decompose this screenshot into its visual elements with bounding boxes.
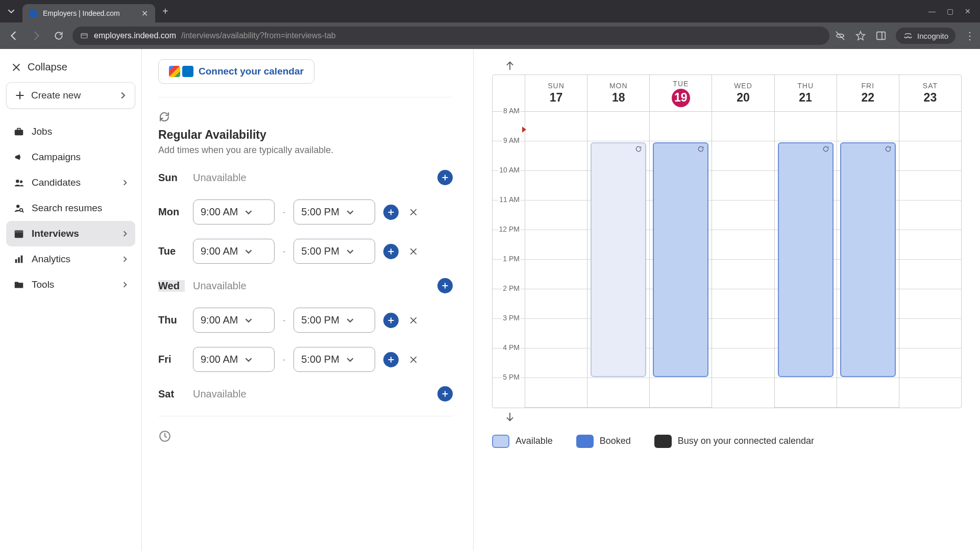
- availability-block[interactable]: [778, 142, 834, 377]
- calendar-cell[interactable]: [587, 112, 649, 141]
- browser-tab[interactable]: Employers | Indeed.com ✕: [22, 4, 155, 22]
- day-body[interactable]: [775, 112, 837, 408]
- calendar-cell[interactable]: [712, 141, 774, 171]
- site-info-icon[interactable]: [80, 31, 89, 40]
- calendar-cell[interactable]: [775, 112, 837, 141]
- calendar-cell[interactable]: [712, 260, 774, 289]
- tab-search-dropdown[interactable]: [0, 0, 22, 22]
- add-slot-button[interactable]: [437, 386, 453, 402]
- day-body[interactable]: [587, 112, 649, 408]
- add-slot-button[interactable]: [383, 205, 399, 220]
- forward-button[interactable]: [28, 27, 45, 44]
- calendar-cell[interactable]: [899, 378, 961, 408]
- add-slot-button[interactable]: [383, 313, 399, 328]
- eye-off-icon[interactable]: [835, 30, 846, 41]
- calendar-cell[interactable]: [525, 141, 587, 171]
- start-time-select[interactable]: 9:00 AM: [193, 199, 275, 224]
- calendar-cell[interactable]: [899, 112, 961, 141]
- calendar-cell[interactable]: [712, 348, 774, 378]
- calendar-cell[interactable]: [525, 319, 587, 348]
- calendar-cell[interactable]: [837, 378, 899, 408]
- add-slot-button[interactable]: [383, 352, 399, 367]
- calendar-cell[interactable]: [899, 230, 961, 260]
- calendar-cell[interactable]: [650, 378, 712, 408]
- sidebar-item-search-resumes[interactable]: Search resumes: [6, 195, 135, 221]
- day-body[interactable]: [712, 112, 774, 408]
- remove-slot-button[interactable]: [407, 353, 420, 366]
- availability-block[interactable]: [840, 142, 896, 377]
- calendar-day-wed[interactable]: WED20: [712, 75, 774, 408]
- day-body[interactable]: [899, 112, 961, 408]
- calendar-cell[interactable]: [712, 112, 774, 141]
- bookmark-star-icon[interactable]: [855, 30, 866, 41]
- sidebar-item-jobs[interactable]: Jobs: [6, 119, 135, 144]
- sidebar-item-campaigns[interactable]: Campaigns: [6, 144, 135, 170]
- calendar-cell[interactable]: [775, 378, 837, 408]
- calendar-cell[interactable]: [525, 378, 587, 408]
- minimize-button[interactable]: —: [928, 7, 936, 15]
- day-body[interactable]: [837, 112, 899, 408]
- calendar-day-sun[interactable]: SUN17: [525, 75, 587, 408]
- start-time-select[interactable]: 9:00 AM: [193, 347, 275, 372]
- sidebar-item-interviews[interactable]: Interviews: [6, 221, 135, 246]
- calendar-day-tue[interactable]: TUE19: [650, 75, 712, 408]
- availability-block[interactable]: [653, 142, 708, 377]
- side-panel-icon[interactable]: [875, 30, 887, 41]
- calendar-cell[interactable]: [525, 260, 587, 289]
- calendar-cell[interactable]: [712, 319, 774, 348]
- sidebar-item-analytics[interactable]: Analytics: [6, 246, 135, 272]
- close-tab-button[interactable]: ✕: [141, 9, 148, 18]
- calendar-cell[interactable]: [712, 378, 774, 408]
- calendar-cell[interactable]: [712, 230, 774, 260]
- calendar-cell[interactable]: [899, 348, 961, 378]
- availability-block[interactable]: [591, 142, 646, 377]
- calendar-cell[interactable]: [899, 171, 961, 201]
- connect-calendar-button[interactable]: Connect your calendar: [158, 59, 314, 84]
- calendar-cell[interactable]: [899, 289, 961, 319]
- remove-slot-button[interactable]: [407, 206, 420, 219]
- close-window-button[interactable]: ✕: [965, 7, 971, 15]
- calendar-day-fri[interactable]: FRI22: [837, 75, 899, 408]
- address-bar[interactable]: employers.indeed.com/interviews/availabi…: [72, 27, 829, 45]
- end-time-select[interactable]: 5:00 PM: [293, 347, 375, 372]
- collapse-button[interactable]: Collapse: [6, 56, 135, 82]
- end-time-select[interactable]: 5:00 PM: [293, 199, 375, 224]
- browser-menu-button[interactable]: ⋮: [965, 30, 975, 42]
- incognito-indicator[interactable]: Incognito: [896, 28, 955, 44]
- calendar-cell[interactable]: [525, 348, 587, 378]
- remove-slot-button[interactable]: [407, 314, 420, 327]
- add-slot-button[interactable]: [383, 244, 399, 259]
- calendar-cell[interactable]: [837, 112, 899, 141]
- calendar-cell[interactable]: [712, 171, 774, 201]
- calendar-cell[interactable]: [525, 201, 587, 230]
- day-body[interactable]: [650, 112, 712, 408]
- scroll-up-button[interactable]: [504, 60, 962, 71]
- sidebar-item-candidates[interactable]: Candidates: [6, 170, 135, 195]
- add-slot-button[interactable]: [437, 170, 453, 185]
- calendar-cell[interactable]: [899, 260, 961, 289]
- calendar-day-mon[interactable]: MON18: [587, 75, 650, 408]
- calendar-cell[interactable]: [899, 201, 961, 230]
- end-time-select[interactable]: 5:00 PM: [293, 239, 375, 264]
- new-tab-button[interactable]: +: [155, 6, 176, 17]
- calendar-cell[interactable]: [525, 171, 587, 201]
- calendar-cell[interactable]: [525, 230, 587, 260]
- calendar-day-thu[interactable]: THU21: [775, 75, 837, 408]
- maximize-button[interactable]: ▢: [947, 7, 953, 15]
- day-body[interactable]: [525, 112, 587, 408]
- calendar-cell[interactable]: [650, 112, 712, 141]
- create-new-button[interactable]: Create new: [6, 82, 135, 109]
- add-slot-button[interactable]: [437, 278, 453, 293]
- calendar-cell[interactable]: [525, 289, 587, 319]
- end-time-select[interactable]: 5:00 PM: [293, 308, 375, 333]
- remove-slot-button[interactable]: [407, 245, 420, 258]
- sync-icon[interactable]: [158, 111, 170, 123]
- start-time-select[interactable]: 9:00 AM: [193, 308, 275, 333]
- sidebar-item-tools[interactable]: Tools: [6, 272, 135, 297]
- calendar-cell[interactable]: [712, 289, 774, 319]
- calendar-day-sat[interactable]: SAT23: [899, 75, 961, 408]
- back-button[interactable]: [5, 27, 22, 44]
- reload-button[interactable]: [50, 27, 67, 44]
- start-time-select[interactable]: 9:00 AM: [193, 239, 275, 264]
- scroll-down-button[interactable]: [504, 411, 962, 422]
